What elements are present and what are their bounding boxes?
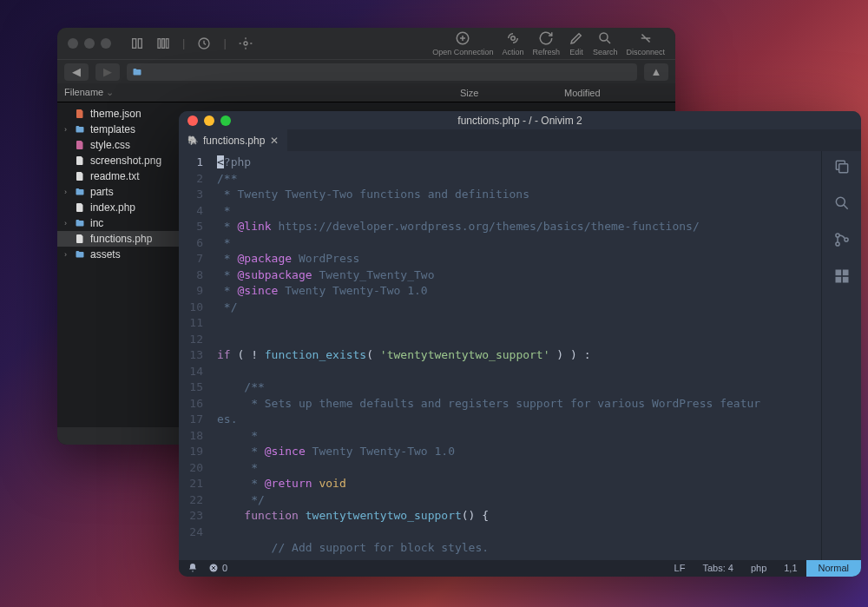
refresh-button[interactable]: Refresh xyxy=(532,30,560,56)
svg-rect-10 xyxy=(838,164,847,173)
tab-functions-php[interactable]: 🐘 functions.php ✕ xyxy=(179,129,287,151)
terminal-icon[interactable] xyxy=(239,36,253,50)
close-button[interactable] xyxy=(68,38,78,49)
folder-icon xyxy=(73,186,87,198)
vim-mode: Normal xyxy=(806,560,861,577)
css-icon xyxy=(73,139,87,151)
minimize-button[interactable] xyxy=(204,115,214,126)
toolbar-view-icons: | | xyxy=(130,36,253,50)
open-connection-button[interactable]: Open Connection xyxy=(432,30,493,56)
php-icon: 🐘 xyxy=(187,135,198,145)
nav-back-button[interactable]: ◀ xyxy=(64,63,89,81)
cursor-position[interactable]: 1,1 xyxy=(775,563,806,573)
search-button[interactable]: Search xyxy=(593,30,618,56)
nav-forward-button[interactable]: ▶ xyxy=(95,63,120,81)
ftp-titlebar: | | Open Connection Action Refresh Edit xyxy=(57,28,675,59)
svg-point-9 xyxy=(600,33,608,41)
action-button[interactable]: Action xyxy=(502,30,523,56)
svg-rect-16 xyxy=(842,270,848,276)
history-icon[interactable] xyxy=(197,36,211,50)
text-icon xyxy=(73,170,87,182)
svg-rect-1 xyxy=(138,39,141,49)
editor-title: functions.php - / - Onivim 2 xyxy=(179,115,861,127)
column-filename[interactable]: Filename ⌄ xyxy=(64,87,460,98)
path-bar[interactable] xyxy=(127,63,637,81)
minimize-button[interactable] xyxy=(84,38,95,49)
line-ending[interactable]: LF xyxy=(666,563,694,573)
line-gutter: 123456789101112131415161718192021222324 xyxy=(179,151,210,560)
errors-badge[interactable]: 0 xyxy=(208,563,227,573)
extensions-icon[interactable] xyxy=(833,267,851,285)
disconnect-button[interactable]: Disconnect xyxy=(626,30,665,56)
column-headers: Filename ⌄ Size Modified xyxy=(57,83,675,102)
column-size[interactable]: Size xyxy=(460,88,564,98)
zoom-button[interactable] xyxy=(220,115,231,126)
folder-icon xyxy=(73,123,87,135)
editor-status-bar: 0 LF Tabs: 4 php 1,1 Normal xyxy=(179,560,861,577)
svg-point-13 xyxy=(835,242,838,246)
svg-rect-18 xyxy=(842,277,848,283)
svg-rect-0 xyxy=(133,39,136,49)
ftp-toolbar-actions: Open Connection Action Refresh Edit Sear… xyxy=(432,30,665,56)
folder-icon xyxy=(73,217,87,229)
column-modified[interactable]: Modified xyxy=(564,88,668,98)
svg-point-11 xyxy=(836,197,845,206)
language-mode[interactable]: php xyxy=(742,563,775,573)
php-icon xyxy=(73,233,87,245)
columns-icon[interactable] xyxy=(156,36,170,50)
zoom-button[interactable] xyxy=(101,38,111,49)
svg-point-12 xyxy=(835,234,838,237)
editor-tabs: 🐘 functions.php ✕ xyxy=(179,129,861,151)
image-icon xyxy=(73,155,87,167)
notifications-badge[interactable] xyxy=(187,563,198,573)
nav-up-button[interactable]: ▲ xyxy=(644,63,668,81)
svg-rect-17 xyxy=(835,277,841,283)
svg-rect-15 xyxy=(835,270,841,276)
php-icon xyxy=(73,201,87,214)
bookmark-icon[interactable] xyxy=(130,36,144,50)
edit-button[interactable]: Edit xyxy=(569,30,584,56)
close-button[interactable] xyxy=(187,115,198,126)
svg-point-8 xyxy=(511,36,516,41)
traffic-lights xyxy=(68,38,111,49)
svg-point-6 xyxy=(244,42,247,45)
search-icon[interactable] xyxy=(833,195,851,212)
code-area[interactable]: <?php /** * Twenty Twenty-Two functions … xyxy=(210,151,821,560)
editor-traffic-lights xyxy=(187,115,231,126)
svg-rect-4 xyxy=(166,39,168,49)
json-icon xyxy=(73,108,87,120)
svg-point-14 xyxy=(844,238,847,241)
folder-icon xyxy=(132,67,142,77)
editor-body: 123456789101112131415161718192021222324 … xyxy=(179,151,861,560)
svg-rect-3 xyxy=(162,39,165,49)
indentation[interactable]: Tabs: 4 xyxy=(694,563,741,573)
editor-titlebar: functions.php - / - Onivim 2 xyxy=(179,111,861,129)
ftp-nav: ◀ ▶ ▲ xyxy=(57,59,675,83)
close-tab-icon[interactable]: ✕ xyxy=(270,135,279,147)
editor-window: functions.php - / - Onivim 2 🐘 functions… xyxy=(179,111,861,577)
copy-icon[interactable] xyxy=(833,158,851,175)
editor-activity-bar xyxy=(821,151,861,560)
folder-icon xyxy=(73,248,87,261)
svg-rect-2 xyxy=(158,39,161,49)
source-control-icon[interactable] xyxy=(833,231,851,248)
